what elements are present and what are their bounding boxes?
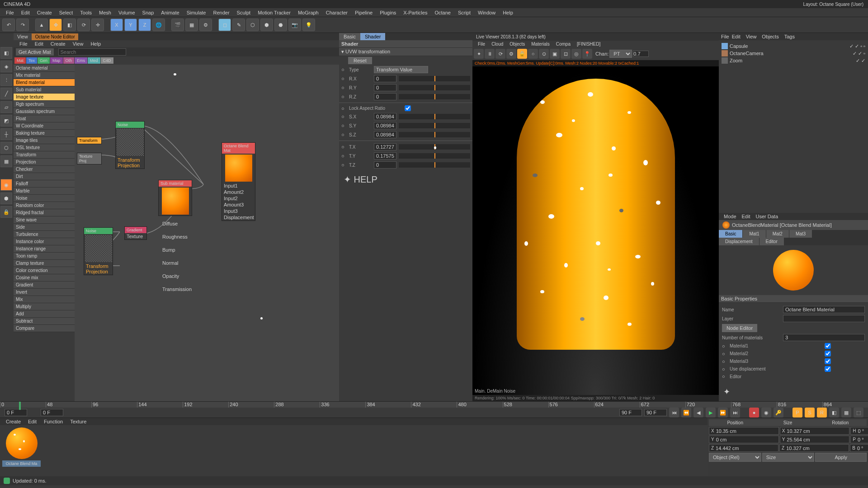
- tree-capsule[interactable]: Capsule ✓ ✓ ▫ ▫: [721, 42, 866, 50]
- tab-shader[interactable]: Shader: [360, 33, 385, 40]
- list-gaussian-spectrum[interactable]: Gaussian spectrum: [14, 108, 75, 115]
- mat-menu-edit[interactable]: Edit: [24, 419, 40, 424]
- reset-button[interactable]: Reset: [348, 57, 372, 64]
- rot-p-input[interactable]: [858, 436, 868, 443]
- uvw-section[interactable]: ▾ UVW transformation: [339, 48, 472, 56]
- render-icon[interactable]: 🎬: [171, 19, 184, 31]
- attr-tab-basic[interactable]: Basic: [719, 230, 743, 238]
- ne-menu-view[interactable]: View: [69, 41, 87, 47]
- tl-end2-input[interactable]: [644, 409, 667, 416]
- menu-motiontracker[interactable]: Motion Tracker: [254, 10, 294, 15]
- tl-play-icon[interactable]: ▶: [706, 408, 716, 418]
- list-cosine-mix[interactable]: Cosine mix: [14, 274, 75, 282]
- list-random-color[interactable]: Random color: [14, 202, 75, 209]
- tl-rot-icon[interactable]: R: [817, 408, 827, 418]
- render-region-icon[interactable]: ▦: [185, 19, 198, 31]
- sy-input[interactable]: [374, 122, 396, 129]
- tl-pos-icon[interactable]: P: [793, 408, 802, 418]
- attr-mode[interactable]: Mode: [721, 214, 739, 219]
- poly-mode-icon[interactable]: ▱: [0, 101, 12, 113]
- list-instance-color[interactable]: Instance color: [14, 238, 75, 245]
- generator-icon[interactable]: ⬢: [260, 19, 273, 31]
- cat-tex[interactable]: Tex: [26, 57, 37, 64]
- transform-tool-icon[interactable]: ✛: [91, 19, 104, 31]
- node-editor-tab[interactable]: Octane Node Editor: [32, 33, 79, 40]
- attr-tab-editor[interactable]: Editor: [760, 238, 784, 245]
- list-projection[interactable]: Projection: [14, 159, 75, 166]
- list-side[interactable]: Side: [14, 224, 75, 231]
- cat-map[interactable]: Map: [50, 57, 63, 64]
- viewer-canvas[interactable]: Main. DeMain Noise: [472, 66, 719, 395]
- viewer-gear-icon[interactable]: ⚙: [506, 49, 516, 59]
- list-blend-material[interactable]: Blend material: [14, 79, 75, 86]
- type-select[interactable]: Transform Value: [374, 66, 428, 73]
- list-image-tiles[interactable]: Image tiles: [14, 137, 75, 144]
- cube-primitive-icon[interactable]: ◻: [218, 19, 231, 31]
- tree-menu-view[interactable]: View: [743, 34, 760, 39]
- rx-input[interactable]: [374, 75, 396, 82]
- name-input[interactable]: [783, 306, 865, 313]
- layer-input[interactable]: [783, 315, 865, 322]
- ry-slider[interactable]: [399, 85, 470, 90]
- axis-x-icon[interactable]: X: [110, 19, 123, 31]
- viewer-menu-objects[interactable]: Objects: [506, 42, 528, 47]
- pos-z-input[interactable]: [716, 445, 778, 451]
- menu-window[interactable]: Window: [474, 10, 499, 15]
- cat-med[interactable]: Med: [88, 57, 100, 64]
- node-noise2[interactable]: Noise Transform Projection: [84, 227, 113, 275]
- tab-basic[interactable]: Basic: [339, 33, 360, 40]
- list-toon-ramp[interactable]: Toon ramp: [14, 253, 75, 260]
- list-turbulence[interactable]: Turbulence: [14, 231, 75, 238]
- cat-c4d[interactable]: C4D: [101, 57, 113, 64]
- tl-last-icon[interactable]: ⏭: [730, 408, 740, 418]
- menu-help[interactable]: Help: [499, 10, 517, 15]
- usedisp-check[interactable]: [791, 366, 865, 372]
- node-transform[interactable]: Transform: [77, 137, 102, 144]
- list-invert[interactable]: Invert: [14, 289, 75, 296]
- size-y-input[interactable]: [787, 436, 849, 443]
- node-blend-mat[interactable]: Octane Blend Mat Input1 Amount2 Input2 A…: [222, 142, 255, 221]
- menu-file[interactable]: File: [2, 10, 18, 15]
- list-checker[interactable]: Checker: [14, 166, 75, 173]
- menu-script[interactable]: Script: [454, 10, 474, 15]
- list-compare[interactable]: Compare: [14, 325, 75, 332]
- viewer-menu-materials[interactable]: Materials: [528, 42, 553, 47]
- tree-menu-edit[interactable]: Edit: [729, 34, 743, 39]
- pos-x-input[interactable]: [716, 427, 778, 434]
- rx-slider[interactable]: [399, 76, 470, 81]
- tl-first-icon[interactable]: ⏮: [669, 408, 679, 418]
- list-transform[interactable]: Transform: [14, 151, 75, 159]
- workplane-icon[interactable]: ▦: [0, 155, 12, 167]
- mat-menu-function[interactable]: Function: [40, 419, 66, 424]
- cat-mat[interactable]: Mat: [14, 57, 26, 64]
- mat1-check[interactable]: [791, 343, 865, 349]
- attr-edit[interactable]: Edit: [739, 214, 753, 219]
- tl-key-icon[interactable]: 🔑: [774, 408, 783, 418]
- node-list[interactable]: Octane material Mix material Blend mater…: [14, 65, 75, 401]
- ty-slider[interactable]: [399, 153, 470, 159]
- ne-menu-help[interactable]: Help: [87, 41, 104, 47]
- viewer-lock-icon[interactable]: 🔒: [517, 49, 527, 59]
- mat3-check[interactable]: [791, 358, 865, 364]
- menu-xparticles[interactable]: X-Particles: [400, 10, 431, 15]
- tz-slider[interactable]: [399, 162, 470, 168]
- pt-select[interactable]: PT: [609, 50, 632, 58]
- lock-aspect-checkbox[interactable]: [396, 105, 419, 111]
- attr-userdata[interactable]: User Data: [753, 214, 781, 219]
- list-falloff[interactable]: Falloff: [14, 180, 75, 188]
- list-sub-material[interactable]: Sub material: [14, 86, 75, 94]
- tl-autokey-icon[interactable]: ◉: [761, 408, 771, 418]
- rot-b-input[interactable]: [857, 445, 868, 451]
- list-color-correction[interactable]: Color correction: [14, 267, 75, 274]
- sy-slider[interactable]: [399, 123, 470, 128]
- sx-slider[interactable]: [399, 114, 470, 119]
- list-subtract[interactable]: Subtract: [14, 318, 75, 325]
- sz-slider[interactable]: [399, 132, 470, 137]
- rz-slider[interactable]: [399, 94, 470, 99]
- array-icon[interactable]: ⬣: [274, 19, 287, 31]
- world-icon[interactable]: 🌐: [152, 19, 165, 31]
- tx-input[interactable]: [374, 143, 396, 150]
- ry-input[interactable]: [374, 84, 396, 91]
- sx-input[interactable]: [374, 113, 396, 120]
- redo-icon[interactable]: ↷: [16, 19, 29, 31]
